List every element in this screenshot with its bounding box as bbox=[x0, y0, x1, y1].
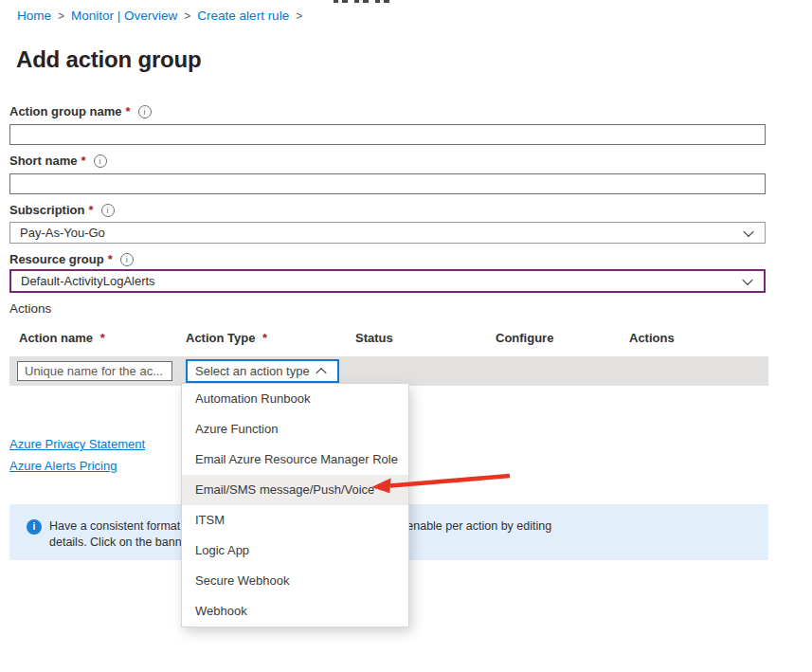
header-text: Action Type bbox=[186, 331, 255, 345]
action-type-dropdown-panel: Automation Runbook Azure Function Email … bbox=[181, 383, 409, 627]
required-asterisk: * bbox=[100, 331, 105, 345]
required-asterisk: * bbox=[88, 203, 93, 217]
action-group-name-input[interactable] bbox=[9, 124, 766, 145]
breadcrumb-separator: > bbox=[296, 9, 302, 23]
required-asterisk: * bbox=[125, 104, 130, 118]
resource-group-value: Default-ActivityLogAlerts bbox=[11, 271, 764, 291]
action-name-input[interactable] bbox=[17, 361, 172, 381]
breadcrumb-separator: > bbox=[58, 9, 64, 23]
action-type-option[interactable]: Webhook bbox=[182, 596, 408, 627]
header-text: Action name bbox=[19, 331, 93, 345]
action-type-option[interactable]: Azure Function bbox=[182, 414, 408, 445]
column-header-action-type: Action Type * bbox=[186, 331, 267, 345]
page-title: Add action group bbox=[16, 46, 201, 73]
required-asterisk: * bbox=[81, 154, 86, 168]
action-type-select[interactable]: Select an action type bbox=[186, 359, 339, 383]
actions-section-label: Actions bbox=[9, 301, 51, 316]
breadcrumb-separator: > bbox=[184, 9, 190, 23]
info-icon[interactable]: i bbox=[120, 253, 134, 266]
label-text: Resource group bbox=[9, 252, 104, 266]
breadcrumb-link-home[interactable]: Home bbox=[17, 9, 51, 23]
breadcrumb-link-monitor-overview[interactable]: Monitor | Overview bbox=[71, 9, 177, 23]
label-text: Action group name bbox=[9, 104, 121, 118]
info-icon[interactable]: i bbox=[138, 105, 152, 118]
resource-group-label: Resource group * i bbox=[9, 252, 134, 266]
info-icon[interactable]: i bbox=[101, 204, 115, 217]
add-action-group-page: { "breadcrumb": { "separator": ">", "ite… bbox=[0, 0, 812, 672]
resource-group-select[interactable]: Default-ActivityLogAlerts bbox=[9, 269, 766, 293]
action-type-option[interactable]: Secure Webhook bbox=[182, 566, 408, 596]
action-group-name-label: Action group name * i bbox=[9, 104, 152, 118]
breadcrumb-link-create-alert-rule[interactable]: Create alert rule bbox=[197, 9, 289, 23]
info-icon[interactable]: i bbox=[94, 154, 107, 168]
column-header-action-name: Action name * bbox=[19, 331, 105, 345]
action-type-option[interactable]: Email Azure Resource Manager Role bbox=[182, 445, 408, 475]
required-asterisk: * bbox=[262, 331, 267, 345]
breadcrumb: Home>Monitor | Overview>Create alert rul… bbox=[17, 9, 309, 23]
column-header-status: Status bbox=[355, 331, 393, 345]
column-header-actions: Actions bbox=[629, 331, 675, 345]
label-text: Subscription bbox=[9, 203, 84, 217]
info-filled-icon: i bbox=[27, 519, 42, 535]
short-name-label: Short name * i bbox=[9, 154, 107, 168]
subscription-value: Pay-As-You-Go bbox=[10, 223, 765, 243]
short-name-input[interactable] bbox=[9, 173, 766, 194]
column-header-configure: Configure bbox=[496, 331, 553, 345]
azure-alerts-pricing-link[interactable]: Azure Alerts Pricing bbox=[9, 459, 117, 473]
action-type-option[interactable]: ITSM bbox=[182, 505, 408, 536]
action-type-option[interactable]: Logic App bbox=[182, 536, 408, 566]
action-type-option[interactable]: Automation Runbook bbox=[182, 384, 408, 414]
subscription-select[interactable]: Pay-As-You-Go bbox=[9, 222, 766, 244]
required-asterisk: * bbox=[108, 252, 113, 266]
action-type-option-email-sms-push-voice[interactable]: Email/SMS message/Push/Voice bbox=[182, 475, 408, 505]
label-text: Short name bbox=[9, 154, 78, 168]
subscription-label: Subscription * i bbox=[9, 203, 115, 217]
clipped-text-fragment bbox=[334, 0, 394, 3]
azure-privacy-statement-link[interactable]: Azure Privacy Statement bbox=[9, 437, 145, 451]
action-type-value: Select an action type bbox=[188, 361, 337, 381]
